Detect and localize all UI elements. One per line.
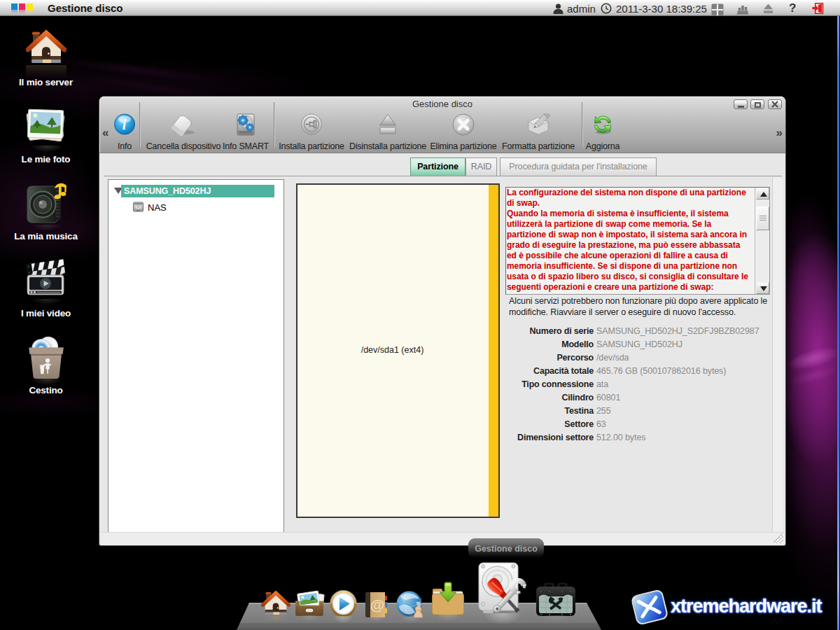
svg-text:@: @ (370, 596, 384, 612)
svg-text:i: i (122, 117, 127, 132)
